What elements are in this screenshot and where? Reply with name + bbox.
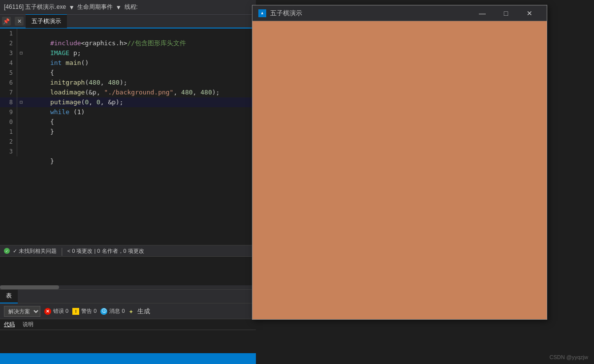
- info-icon: ⓘ: [100, 308, 107, 315]
- solution-dropdown[interactable]: 解决方案: [4, 306, 40, 317]
- events-label[interactable]: 生命周期事件: [77, 3, 113, 11]
- code-line-10: 0 }: [0, 117, 256, 127]
- watermark: CSDN @yyqzjw: [550, 354, 588, 360]
- error-panel-columns: 代码 说明: [0, 319, 256, 330]
- output-status-bar: ✓ ✓ 未找到相关问题 | < 0 项更改 | 0 名作者，0 项更改: [0, 245, 256, 257]
- messages-badge[interactable]: ⓘ 消息 0: [100, 307, 125, 315]
- build-star-icon: ✦: [129, 306, 134, 316]
- code-line-9: 9 {: [0, 107, 256, 117]
- code-line-5: 5 initgraph(480, 480);: [0, 68, 256, 78]
- ide-titlebar: [46116] 五子棋演示.exe ▼ 生命周期事件 ▼ 线程:: [0, 0, 256, 15]
- tab-pin-button[interactable]: 📌: [2, 17, 11, 26]
- col-code[interactable]: 代码: [4, 321, 15, 328]
- build-label[interactable]: 生成: [137, 307, 150, 316]
- no-issues-text: ✓ 未找到相关问题: [13, 247, 57, 255]
- thread-label: 线程:: [125, 3, 138, 11]
- horizontal-scrollbar[interactable]: [0, 285, 256, 289]
- status-bar-bottom: [0, 353, 256, 364]
- error-tab-table[interactable]: 表: [0, 290, 18, 303]
- warnings-label: 警告 0: [81, 307, 96, 315]
- error-content-area: [0, 330, 256, 350]
- minimize-button[interactable]: —: [471, 6, 494, 21]
- messages-label: 消息 0: [109, 307, 125, 315]
- tab-close-button[interactable]: ✕: [15, 17, 24, 26]
- error-panel-toolbar: 解决方案 ✕ 错误 0 ! 警告 0 ⓘ 消息 0 ✦ 生成: [0, 303, 256, 319]
- code-line-8: 8 ⊟ while (1): [0, 97, 256, 107]
- code-line-13: 3 }: [0, 147, 256, 156]
- popup-title: 五子棋演示: [270, 9, 471, 18]
- errors-label: 错误 0: [53, 307, 68, 315]
- close-button[interactable]: ✕: [518, 6, 541, 21]
- warnings-badge[interactable]: ! 警告 0: [72, 307, 96, 315]
- popup-app-icon: ♟: [258, 9, 266, 17]
- window-controls: — □ ✕: [471, 6, 541, 21]
- code-line-4: 4 {: [0, 58, 256, 68]
- col-desc[interactable]: 说明: [23, 321, 33, 328]
- code-line-1: 1 #include<graphics.h>//包含图形库头文件: [0, 29, 256, 38]
- tab-label: 五子棋演示: [31, 17, 61, 26]
- tab-bar: 📌 ✕ 五子棋演示: [0, 15, 256, 29]
- collapse-marker-3[interactable]: ⊟: [17, 48, 25, 58]
- code-line-6: 6 loadimage(&p, "./background.png", 480,…: [0, 78, 256, 88]
- warning-icon: !: [72, 308, 79, 315]
- code-line-3: 3 ⊟ int main(): [0, 48, 256, 58]
- changes-text: < 0 项更改 | 0 名作者，0 项更改: [67, 247, 144, 255]
- active-tab[interactable]: 五子棋演示: [26, 14, 67, 28]
- restore-button[interactable]: □: [495, 6, 517, 21]
- error-panel: 表 解决方案 ✕ 错误 0 ! 警告 0 ⓘ 消息 0 ✦ 生成 代码 说明: [0, 289, 256, 353]
- popup-content: [252, 21, 547, 319]
- collapse-marker-8[interactable]: ⊟: [17, 97, 25, 107]
- editor-empty-space: [0, 182, 256, 241]
- errors-badge[interactable]: ✕ 错误 0: [44, 307, 68, 315]
- check-icon: ✓: [4, 248, 10, 254]
- popup-titlebar: ♟ 五子棋演示 — □ ✕: [252, 5, 547, 21]
- error-icon: ✕: [44, 308, 51, 315]
- scrollbar-thumb[interactable]: [0, 285, 59, 289]
- ide-title: [46116] 五子棋演示.exe: [4, 3, 66, 11]
- code-line-7: 7 putimage(0, 0, &p);: [0, 88, 256, 97]
- error-panel-tabs: 表: [0, 290, 256, 303]
- popup-window[interactable]: ♟ 五子棋演示 — □ ✕: [252, 5, 547, 320]
- code-line-2: 2 IMAGE p;: [0, 38, 256, 48]
